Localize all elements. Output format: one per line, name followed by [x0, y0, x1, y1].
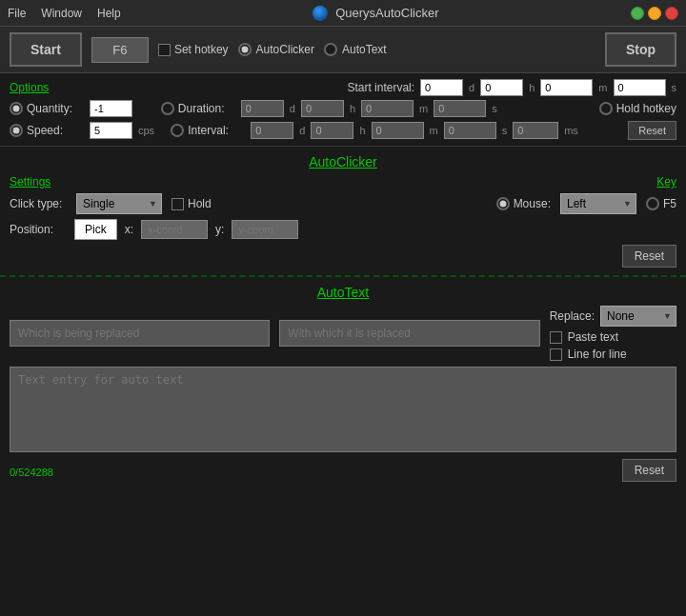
start-s-unit: s	[672, 82, 677, 93]
speed-group: Speed:	[10, 124, 84, 137]
autotext-radio[interactable]	[324, 43, 337, 56]
mouse-select[interactable]: Left Middle Right	[560, 193, 636, 214]
menu-help[interactable]: Help	[97, 7, 121, 20]
replace-section: Replace: None Word Line Paste text Line …	[550, 306, 676, 361]
dur-h-unit: h	[350, 103, 355, 114]
app-title: QuerysAutoClicker	[335, 6, 438, 20]
line-for-line-row: Line for line	[550, 348, 676, 361]
char-count: 0/524288	[10, 467, 53, 478]
f5-radio[interactable]	[646, 197, 659, 210]
start-h-input[interactable]	[480, 79, 523, 96]
hold-label: Hold	[188, 197, 212, 210]
start-m-unit: m	[598, 82, 607, 93]
click-type-label: Click type:	[10, 197, 67, 210]
start-m-input[interactable]	[540, 79, 593, 96]
replace-label: Replace:	[550, 309, 595, 323]
autotext-section: AutoText Replace: None Word Line Paste t…	[0, 277, 686, 489]
int-ms-input[interactable]	[513, 122, 558, 139]
autoclicker-title: AutoClicker	[10, 154, 676, 169]
start-d-input[interactable]	[420, 79, 463, 96]
start-button[interactable]: Start	[10, 32, 82, 67]
autotext-bottom: 0/524288 Reset	[10, 459, 676, 482]
replace-dropdown-wrapper: None Word Line	[600, 306, 676, 327]
mouse-dropdown-wrapper: Left Middle Right	[560, 193, 636, 214]
speed-radio[interactable]	[10, 124, 23, 137]
int-ms-unit: ms	[564, 125, 578, 136]
dur-h-input[interactable]	[301, 100, 344, 117]
autoclicker-radio[interactable]	[238, 43, 252, 56]
hold-hotkey-group: Hold hotkey	[599, 102, 676, 115]
speed-unit: cps	[138, 125, 154, 136]
int-s-input[interactable]	[444, 122, 496, 139]
int-d-input[interactable]	[251, 122, 293, 139]
pin-button[interactable]	[631, 7, 644, 20]
hold-group: Hold	[172, 197, 212, 210]
stop-button[interactable]: Stop	[605, 32, 676, 67]
autoclicker-reset-row: Reset	[10, 245, 676, 268]
mouse-radio[interactable]	[496, 197, 510, 210]
hotkey-display: F6	[91, 37, 149, 63]
autotext-textarea[interactable]	[10, 367, 676, 452]
autoclicker-reset-button[interactable]: Reset	[622, 245, 676, 268]
start-d-unit: d	[469, 82, 474, 93]
x-label: x:	[125, 223, 133, 236]
duration-radio[interactable]	[161, 102, 174, 115]
start-h-unit: h	[529, 82, 535, 93]
options-header-row: Options Start interval: d h m s	[10, 79, 676, 96]
mouse-group: Mouse:	[496, 197, 551, 210]
click-type-select[interactable]: Single Double Triple	[76, 193, 162, 214]
start-s-input[interactable]	[614, 79, 666, 96]
autotext-inputs-row: Replace: None Word Line Paste text Line …	[10, 306, 676, 361]
which-input[interactable]	[10, 320, 270, 347]
line-for-line-checkbox[interactable]	[550, 348, 562, 361]
speed-row: Speed: cps Interval: d h m s ms Reset	[10, 121, 676, 140]
quantity-radio[interactable]	[10, 102, 23, 115]
int-m-input[interactable]	[372, 122, 424, 139]
paste-text-checkbox[interactable]	[550, 331, 562, 344]
f5-group: F5	[646, 197, 676, 210]
dur-s-input[interactable]	[434, 100, 486, 117]
replace-select[interactable]: None Word Line	[600, 306, 676, 327]
autotext-reset-button[interactable]: Reset	[622, 459, 676, 482]
f5-label: F5	[663, 197, 676, 210]
hold-hotkey-radio[interactable]	[599, 102, 613, 115]
options-reset-button[interactable]: Reset	[628, 121, 676, 140]
start-interval-label: Start interval:	[347, 81, 414, 94]
position-row: Position: Pick x: y:	[10, 219, 676, 240]
x-coord-input[interactable]	[141, 220, 208, 239]
menu-file[interactable]: File	[8, 7, 26, 20]
with-input[interactable]	[279, 320, 539, 347]
close-button[interactable]	[665, 7, 678, 20]
paste-text-row: Paste text	[550, 330, 676, 344]
settings-link[interactable]: Settings	[10, 175, 50, 189]
minimize-button[interactable]	[648, 7, 661, 20]
autoclicker-section: AutoClicker Settings Key Click type: Sin…	[0, 147, 686, 277]
set-hotkey-checkbox[interactable]	[158, 44, 171, 56]
quantity-label: Quantity:	[27, 102, 84, 115]
int-h-input[interactable]	[311, 122, 353, 139]
titlebar-center: QuerysAutoClicker	[121, 6, 631, 21]
position-label: Position:	[10, 223, 67, 236]
key-link[interactable]: Key	[656, 175, 676, 189]
speed-input[interactable]	[90, 122, 132, 139]
y-coord-input[interactable]	[232, 220, 298, 239]
set-hotkey-label: Set hotkey	[174, 43, 229, 56]
quantity-input[interactable]	[90, 100, 132, 117]
window-controls	[631, 7, 678, 20]
options-link[interactable]: Options	[10, 81, 49, 94]
interval-radio[interactable]	[171, 124, 184, 137]
options-section: Options Start interval: d h m s Quantity…	[0, 73, 686, 147]
dur-d-input[interactable]	[241, 100, 284, 117]
autoclicker-radio-group: AutoClicker	[238, 43, 314, 56]
menu-window[interactable]: Window	[41, 7, 82, 20]
hold-checkbox[interactable]	[172, 198, 184, 210]
pick-button[interactable]: Pick	[74, 219, 117, 240]
click-type-row: Click type: Single Double Triple Hold Mo…	[10, 193, 676, 214]
speed-label: Speed:	[27, 124, 84, 137]
mouse-label: Mouse:	[514, 197, 551, 210]
line-for-line-label: Line for line	[568, 348, 627, 361]
duration-group: Duration:	[161, 102, 235, 115]
y-label: y:	[215, 223, 224, 236]
dur-d-unit: d	[290, 103, 295, 114]
dur-m-input[interactable]	[361, 100, 414, 117]
